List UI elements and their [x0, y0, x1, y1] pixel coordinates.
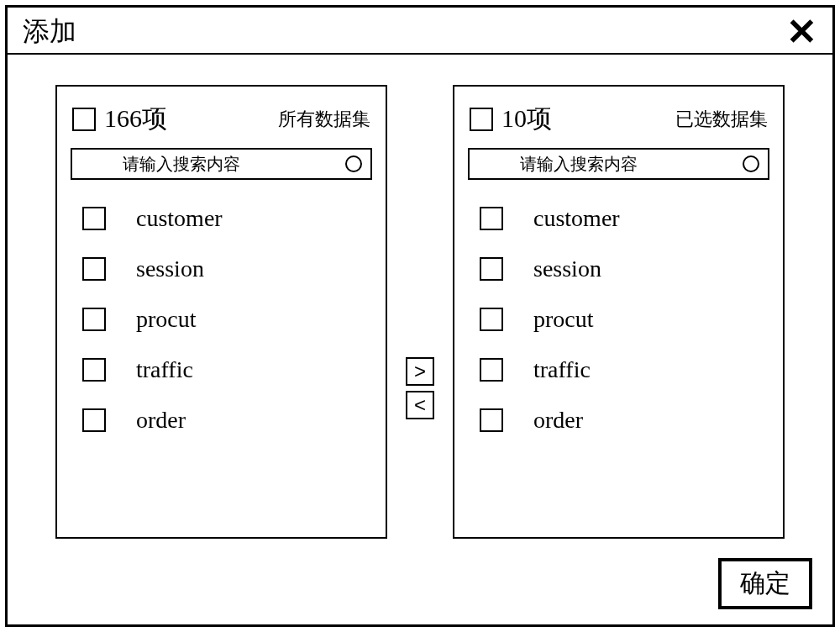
- list-item[interactable]: customer: [480, 205, 769, 232]
- list-item[interactable]: procut: [480, 306, 769, 333]
- confirm-button[interactable]: 确定: [718, 558, 812, 609]
- item-label: order: [533, 407, 583, 434]
- item-label: session: [533, 255, 601, 282]
- search-input-right[interactable]: 请输入搜索内容: [468, 148, 769, 180]
- item-label: order: [136, 407, 186, 434]
- item-checkbox[interactable]: [82, 408, 106, 432]
- item-label: session: [136, 255, 204, 282]
- search-input-left[interactable]: 请输入搜索内容: [71, 148, 372, 180]
- list-item[interactable]: order: [480, 407, 769, 434]
- transfer-controls: > <: [406, 357, 434, 419]
- list-item[interactable]: traffic: [480, 356, 769, 383]
- dialog-title: 添加: [23, 13, 76, 50]
- close-icon[interactable]: ✕: [786, 13, 817, 50]
- item-checkbox[interactable]: [480, 308, 503, 331]
- item-label: procut: [533, 306, 594, 333]
- search-icon: [345, 155, 362, 172]
- selected-subtitle: 已选数据集: [675, 107, 768, 132]
- item-label: customer: [136, 205, 223, 232]
- item-checkbox[interactable]: [82, 257, 106, 281]
- search-placeholder-right: 请输入搜索内容: [478, 153, 743, 176]
- all-subtitle: 所有数据集: [278, 107, 370, 132]
- item-checkbox[interactable]: [82, 207, 106, 230]
- item-checkbox[interactable]: [480, 358, 503, 382]
- item-checkbox[interactable]: [480, 257, 503, 281]
- dialog-header: 添加 ✕: [8, 8, 832, 55]
- list-item[interactable]: session: [480, 255, 769, 282]
- list-item[interactable]: procut: [82, 306, 372, 333]
- item-label: traffic: [533, 356, 591, 383]
- all-items-list: customer session procut traffic order: [71, 205, 372, 434]
- item-checkbox[interactable]: [82, 358, 106, 382]
- dialog-footer: 确定: [718, 558, 812, 609]
- item-label: traffic: [136, 356, 193, 383]
- list-item[interactable]: traffic: [82, 356, 372, 383]
- select-all-checkbox-right[interactable]: [470, 108, 493, 131]
- item-checkbox[interactable]: [480, 207, 503, 230]
- list-item[interactable]: customer: [82, 205, 372, 232]
- selected-count-label: 10项: [501, 102, 667, 136]
- select-all-checkbox-left[interactable]: [72, 108, 96, 131]
- list-item[interactable]: session: [82, 255, 372, 282]
- selected-panel-header: 10项 已选数据集: [468, 98, 769, 148]
- move-left-button[interactable]: <: [406, 391, 434, 419]
- selected-items-list: customer session procut traffic order: [468, 205, 769, 434]
- all-datasets-panel: 166项 所有数据集 请输入搜索内容 customer session pro: [55, 85, 387, 539]
- dialog-body: 166项 所有数据集 请输入搜索内容 customer session pro: [8, 55, 832, 624]
- move-right-button[interactable]: >: [406, 357, 434, 386]
- item-label: procut: [136, 306, 197, 333]
- list-item[interactable]: order: [82, 407, 372, 434]
- all-count-label: 166项: [104, 102, 270, 136]
- item-label: customer: [533, 205, 620, 232]
- item-checkbox[interactable]: [82, 308, 106, 331]
- search-placeholder-left: 请输入搜索内容: [81, 153, 345, 176]
- selected-datasets-panel: 10项 已选数据集 请输入搜索内容 customer session proc: [453, 85, 785, 539]
- add-dialog: 添加 ✕ 166项 所有数据集 请输入搜索内容 customer: [5, 5, 835, 627]
- item-checkbox[interactable]: [480, 408, 503, 432]
- all-panel-header: 166项 所有数据集: [71, 98, 372, 148]
- search-icon: [743, 155, 759, 172]
